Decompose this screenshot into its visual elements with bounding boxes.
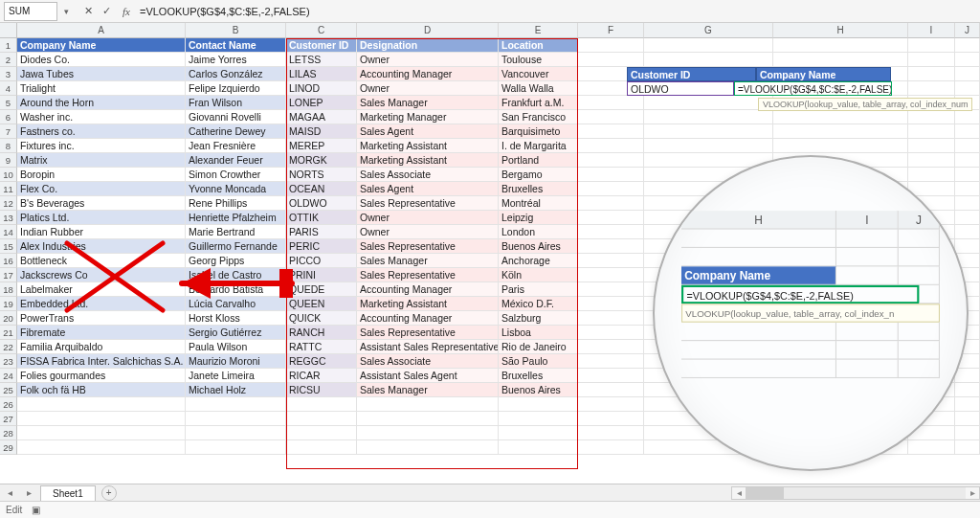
row-header[interactable]: 12 xyxy=(0,196,17,211)
cell-data[interactable]: Bruxelles xyxy=(499,369,578,383)
cell-data[interactable]: Henriette Pfalzheim xyxy=(186,211,286,225)
row-header[interactable]: 18 xyxy=(0,282,17,297)
cell-empty[interactable] xyxy=(578,38,644,53)
cell-data[interactable]: LINOD xyxy=(286,81,357,96)
cell-data[interactable]: PARIS xyxy=(286,225,357,239)
cell-data[interactable]: Matrix xyxy=(17,153,186,168)
cell-data[interactable]: Jackscrews Co xyxy=(17,268,186,282)
cell-data[interactable]: Marketing Assistant xyxy=(357,139,499,153)
cell-data[interactable]: Sales Agent xyxy=(357,182,499,196)
cell-data[interactable]: Indian Rubber xyxy=(17,225,186,239)
cell-data[interactable]: Rene Phillips xyxy=(186,196,286,211)
cell-empty[interactable] xyxy=(578,397,644,412)
cell-empty[interactable] xyxy=(578,225,644,239)
horizontal-scrollbar[interactable]: ◂ ▸ xyxy=(731,486,980,500)
cell-data[interactable]: Bottleneck xyxy=(17,254,186,268)
cell-data[interactable]: LONEP xyxy=(286,96,357,110)
fx-icon[interactable]: fx xyxy=(122,6,130,17)
cell-data[interactable]: Washer inc. xyxy=(17,110,186,124)
cell-data[interactable]: Paris xyxy=(499,282,578,297)
cell-data[interactable]: Labelmaker xyxy=(17,282,186,297)
cell-data[interactable]: B's Beverages xyxy=(17,196,186,211)
cell-data[interactable]: Alex Industries xyxy=(17,239,186,254)
cell-data[interactable]: Maurizio Moroni xyxy=(186,354,286,369)
cell-empty[interactable] xyxy=(908,81,955,96)
cell-data[interactable]: MAGAA xyxy=(286,110,357,124)
cell-data[interactable]: Sales Manager xyxy=(357,254,499,268)
cell-data[interactable]: Leipzig xyxy=(499,211,578,225)
cell-data[interactable]: Familia Arquibaldo xyxy=(17,340,186,354)
cell-data[interactable]: Montréal xyxy=(499,196,578,211)
cell-data[interactable]: Sales Representative xyxy=(357,239,499,254)
cell-empty[interactable] xyxy=(644,67,773,81)
row-header[interactable]: 29 xyxy=(0,440,17,455)
column-header-H[interactable]: H xyxy=(773,23,908,38)
cell-data[interactable]: London xyxy=(499,225,578,239)
cell-empty[interactable] xyxy=(644,110,773,124)
cell-empty[interactable] xyxy=(186,440,286,455)
cell-data[interactable]: Location xyxy=(499,38,578,53)
cell-data[interactable]: OCEAN xyxy=(286,182,357,196)
cell-empty[interactable] xyxy=(644,81,773,96)
cell-data[interactable]: Bruxelles xyxy=(499,182,578,196)
cell-empty[interactable] xyxy=(578,440,644,455)
cell-empty[interactable] xyxy=(578,110,644,124)
column-header-G[interactable]: G xyxy=(644,23,773,38)
cell-data[interactable]: Buenos Aires xyxy=(499,239,578,254)
cell-data[interactable]: MEREP xyxy=(286,139,357,153)
cell-data[interactable]: Jean Fresnière xyxy=(186,139,286,153)
cell-data[interactable]: Köln xyxy=(499,268,578,282)
row-header[interactable]: 17 xyxy=(0,268,17,282)
cell-data[interactable]: Guillermo Fernande xyxy=(186,239,286,254)
cell-empty[interactable] xyxy=(578,412,644,426)
column-header-A[interactable]: A xyxy=(17,23,186,38)
cell-data[interactable]: MORGK xyxy=(286,153,357,168)
cell-empty[interactable] xyxy=(578,153,644,168)
cell-empty[interactable] xyxy=(499,440,578,455)
accept-formula-icon[interactable]: ✓ xyxy=(99,4,114,19)
cancel-formula-icon[interactable]: ✕ xyxy=(80,4,96,19)
cell-empty[interactable] xyxy=(908,168,955,182)
row-header[interactable]: 27 xyxy=(0,412,17,426)
cell-data[interactable]: Sales Representative xyxy=(357,326,499,340)
row-header[interactable]: 14 xyxy=(0,225,17,239)
column-header-F[interactable]: F xyxy=(578,23,644,38)
cell-empty[interactable] xyxy=(578,383,644,397)
cell-empty[interactable] xyxy=(578,168,644,182)
cell-data[interactable]: Portland xyxy=(499,153,578,168)
cell-empty[interactable] xyxy=(578,182,644,196)
cell-empty[interactable] xyxy=(908,53,955,67)
cell-empty[interactable] xyxy=(578,67,644,81)
cell-empty[interactable] xyxy=(17,440,186,455)
cell-data[interactable]: Fran Wilson xyxy=(186,96,286,110)
column-header-J[interactable]: J xyxy=(955,23,980,38)
cell-data[interactable]: I. de Margarita xyxy=(499,139,578,153)
cell-data[interactable]: Assistant Sales Agent xyxy=(357,369,499,383)
cell-data[interactable]: RATTC xyxy=(286,340,357,354)
cell-data[interactable]: Platics Ltd. xyxy=(17,211,186,225)
cell-data[interactable]: Owner xyxy=(357,211,499,225)
cell-data[interactable]: Janete Limeira xyxy=(186,369,286,383)
column-header-C[interactable]: C xyxy=(286,23,357,38)
cell-data[interactable]: OLDWO xyxy=(286,196,357,211)
cell-empty[interactable] xyxy=(773,53,908,67)
row-header[interactable]: 9 xyxy=(0,153,17,168)
cell-data[interactable]: Horst Kloss xyxy=(186,311,286,326)
cell-empty[interactable] xyxy=(955,426,980,440)
cell-data[interactable]: Accounting Manager xyxy=(357,311,499,326)
cell-data[interactable]: Owner xyxy=(357,81,499,96)
cell-data[interactable]: Fixtures inc. xyxy=(17,139,186,153)
add-sheet-button[interactable]: + xyxy=(101,485,117,501)
row-header[interactable]: 13 xyxy=(0,211,17,225)
cell-data[interactable]: Michael Holz xyxy=(186,383,286,397)
select-all-corner[interactable] xyxy=(0,23,17,38)
cell-empty[interactable] xyxy=(773,81,908,96)
cell-empty[interactable] xyxy=(955,211,980,225)
cell-data[interactable]: MAISD xyxy=(286,124,357,139)
cell-data[interactable]: RANCH xyxy=(286,326,357,340)
cell-data[interactable]: Frankfurt a.M. xyxy=(499,96,578,110)
cell-empty[interactable] xyxy=(186,397,286,412)
cell-empty[interactable] xyxy=(955,440,980,455)
cell-empty[interactable] xyxy=(773,124,908,139)
cell-data[interactable]: Paula Wilson xyxy=(186,340,286,354)
